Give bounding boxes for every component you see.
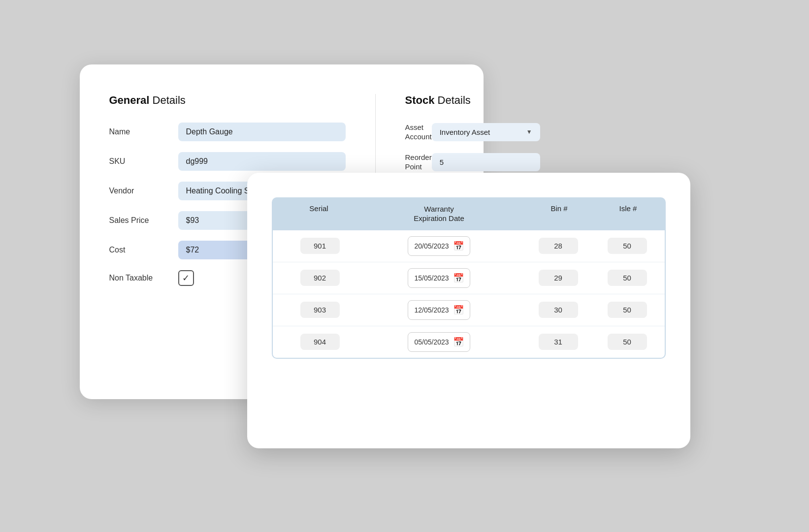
asset-account-dropdown[interactable]: Inventory Asset ▼ — [432, 123, 540, 141]
serial-table-card: Serial WarrantyExpiration Date Bin # Isl… — [247, 173, 690, 448]
cell-bin: 31 — [519, 334, 598, 350]
table-row: 902 15/05/2023 📅 29 50 — [273, 262, 665, 294]
serial-value: 901 — [300, 238, 340, 254]
vendor-label: Vendor — [109, 187, 178, 195]
table-header: Serial WarrantyExpiration Date Bin # Isl… — [272, 197, 666, 230]
date-input[interactable]: 15/05/2023 📅 — [408, 268, 470, 288]
table-body: 901 20/05/2023 📅 28 50 902 15/05/2023 — [272, 230, 666, 359]
serial-value: 902 — [300, 270, 340, 286]
isle-value: 50 — [608, 302, 647, 318]
asset-account-label: Asset Account — [405, 123, 432, 142]
stock-details-title: Stock Details — [405, 94, 540, 107]
cell-date[interactable]: 15/05/2023 📅 — [359, 268, 519, 288]
cell-date[interactable]: 20/05/2023 📅 — [359, 236, 519, 256]
non-taxable-check-icon: ✓ — [182, 273, 190, 283]
isle-value: 50 — [608, 270, 647, 286]
cell-serial: 902 — [281, 270, 359, 286]
asset-account-row: Asset Account Inventory Asset ▼ — [405, 123, 540, 142]
cell-date[interactable]: 12/05/2023 📅 — [359, 300, 519, 320]
date-value: 12/05/2023 — [414, 306, 449, 314]
name-field-row: Name — [109, 123, 346, 141]
sku-input[interactable] — [178, 152, 346, 171]
asset-account-value: Inventory Asset — [440, 128, 522, 136]
cell-bin: 30 — [519, 302, 598, 318]
cell-isle: 50 — [598, 302, 657, 318]
isle-value: 50 — [608, 238, 647, 254]
date-value: 05/05/2023 — [414, 338, 449, 346]
calendar-icon: 📅 — [453, 305, 464, 315]
name-label: Name — [109, 127, 178, 136]
cell-serial: 904 — [281, 334, 359, 350]
date-value: 15/05/2023 — [414, 274, 449, 282]
cell-isle: 50 — [598, 238, 657, 254]
cost-label: Cost — [109, 246, 178, 254]
col-header-serial: Serial — [280, 204, 358, 223]
sku-field-row: SKU — [109, 152, 346, 171]
cell-isle: 50 — [598, 270, 657, 286]
date-input[interactable]: 05/05/2023 📅 — [408, 332, 470, 352]
bin-value: 29 — [539, 270, 578, 286]
cell-serial: 901 — [281, 238, 359, 254]
col-header-warranty: WarrantyExpiration Date — [358, 204, 520, 223]
non-taxable-checkbox[interactable]: ✓ — [178, 270, 194, 286]
col-header-bin: Bin # — [520, 204, 599, 223]
non-taxable-label: Non Taxable — [109, 274, 178, 282]
sales-price-label: Sales Price — [109, 216, 178, 225]
reorder-point-label: Reorder Point — [405, 153, 432, 172]
calendar-icon: 📅 — [453, 337, 464, 347]
calendar-icon: 📅 — [453, 273, 464, 283]
cell-isle: 50 — [598, 334, 657, 350]
table-row: 901 20/05/2023 📅 28 50 — [273, 230, 665, 262]
isle-value: 50 — [608, 334, 647, 350]
col-header-isle: Isle # — [599, 204, 658, 223]
table-row: 903 12/05/2023 📅 30 50 — [273, 294, 665, 326]
date-input[interactable]: 12/05/2023 📅 — [408, 300, 470, 320]
sku-label: SKU — [109, 157, 178, 166]
reorder-point-input[interactable] — [432, 153, 540, 171]
serial-value: 904 — [300, 334, 340, 350]
date-input[interactable]: 20/05/2023 📅 — [408, 236, 470, 256]
cell-serial: 903 — [281, 302, 359, 318]
serial-value: 903 — [300, 302, 340, 318]
cell-bin: 29 — [519, 270, 598, 286]
table-row: 904 05/05/2023 📅 31 50 — [273, 326, 665, 358]
name-input[interactable] — [178, 123, 346, 141]
dropdown-arrow-icon: ▼ — [526, 128, 532, 135]
bin-value: 30 — [539, 302, 578, 318]
bin-value: 31 — [539, 334, 578, 350]
date-value: 20/05/2023 — [414, 242, 449, 250]
reorder-point-row: Reorder Point — [405, 153, 540, 172]
cell-date[interactable]: 05/05/2023 📅 — [359, 332, 519, 352]
calendar-icon: 📅 — [453, 241, 464, 251]
general-details-title: General Details — [109, 94, 346, 107]
cell-bin: 28 — [519, 238, 598, 254]
bin-value: 28 — [539, 238, 578, 254]
